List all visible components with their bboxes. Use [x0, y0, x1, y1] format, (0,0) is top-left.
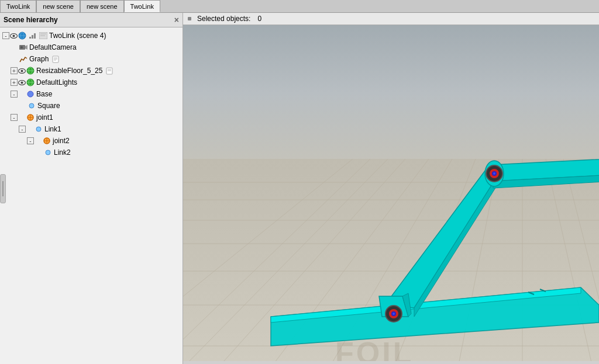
panel-title: Scene hierarchy	[4, 16, 58, 24]
expander-joint1[interactable]: -	[11, 114, 18, 121]
viewport-panel: Selected objects: 0	[183, 13, 599, 364]
tree-label-camera: DefaultCamera	[29, 43, 77, 51]
expander-floor[interactable]: +	[11, 67, 18, 74]
3d-scene[interactable]: FOIL	[183, 25, 599, 361]
lights-icon	[26, 78, 35, 87]
tree-item-joint1[interactable]: - joint1	[0, 112, 183, 123]
svg-point-31	[27, 91, 33, 97]
svg-rect-5	[29, 37, 31, 39]
expander-link1[interactable]: -	[19, 126, 26, 133]
expander-joint2[interactable]: -	[27, 137, 34, 144]
panel-header: Scene hierarchy ×	[0, 13, 183, 27]
expander-twolink-root[interactable]: -	[2, 32, 9, 39]
tree-item-base[interactable]: - Base	[0, 88, 183, 100]
tree-item-twolink-root[interactable]: - TwoLink (scene 4)	[0, 30, 183, 41]
camera-icon	[19, 43, 28, 52]
svg-point-40	[46, 150, 50, 155]
tree-item-lights[interactable]: + DefaultLights	[0, 77, 183, 88]
upper-joint	[486, 165, 502, 182]
tab-new-scene-1[interactable]: new scene	[36, 0, 80, 12]
scene-hierarchy-panel: Scene hierarchy × -	[0, 13, 183, 364]
tree-label-floor: ResizableFloor_5_25	[36, 67, 102, 75]
floor-icon	[26, 66, 35, 75]
svg-marker-12	[25, 45, 27, 50]
vis-toggle-twolink-root[interactable]	[9, 32, 18, 40]
joint2-icon	[42, 136, 51, 145]
svg-point-81	[393, 313, 395, 315]
watermark-text: FOIL	[335, 336, 414, 361]
svg-rect-42	[183, 25, 599, 182]
link1-icon	[34, 124, 43, 134]
expander-lights[interactable]: +	[11, 79, 18, 86]
tree-item-graph[interactable]: Graph	[0, 53, 183, 65]
panel-resize-handle[interactable]	[0, 174, 6, 203]
tree-label-link2: Link2	[54, 148, 71, 157]
close-button[interactable]: ×	[174, 15, 179, 25]
tab-twolink-2[interactable]: TwoLink	[124, 0, 160, 12]
svg-point-32	[29, 103, 34, 108]
svg-point-27	[20, 81, 23, 84]
doc-icon-floor	[105, 66, 114, 75]
link2-icon	[43, 148, 53, 157]
tree-label-graph: Graph	[29, 55, 49, 63]
svg-point-1	[12, 34, 15, 37]
main-layout: Scene hierarchy × -	[0, 13, 599, 364]
expander-base[interactable]: -	[11, 91, 18, 98]
base-icon	[26, 89, 35, 99]
svg-rect-23	[106, 68, 112, 74]
tree-item-floor[interactable]: + ResizableFloor_5_25	[0, 65, 183, 77]
svg-rect-6	[32, 35, 33, 39]
vis-toggle-lights[interactable]	[18, 78, 26, 86]
tab-new-scene-2[interactable]: new scene	[80, 0, 124, 12]
globe-icon	[18, 31, 27, 40]
svg-rect-14	[53, 56, 58, 63]
selected-objects-label: Selected objects:	[197, 15, 250, 23]
viewport-header: Selected objects: 0	[183, 13, 599, 25]
svg-point-75	[493, 172, 495, 175]
tree-label-lights: DefaultLights	[36, 78, 77, 86]
tree-label-twolink-root: TwoLink (scene 4)	[49, 32, 106, 40]
tab-bar: TwoLink new scene new scene TwoLink	[0, 0, 599, 13]
square-icon	[27, 101, 36, 110]
tree-label-joint1: joint1	[36, 113, 53, 122]
panel-drag-handle[interactable]	[181, 13, 184, 364]
vis-toggle-floor[interactable]	[18, 67, 26, 75]
tree-item-square[interactable]: Square	[0, 100, 183, 112]
tab-twolink-1[interactable]: TwoLink	[0, 0, 36, 12]
tree-label-link1: Link1	[44, 125, 61, 133]
svg-point-13	[20, 46, 23, 48]
svg-point-36	[36, 127, 41, 131]
doc-icon-graph	[51, 54, 60, 64]
tree-label-base: Base	[36, 90, 52, 98]
svg-rect-7	[34, 33, 36, 39]
extra-icon-twolink	[28, 31, 37, 40]
graph-icon	[19, 54, 28, 64]
scene-tree: - TwoLink (scene 4)	[0, 27, 183, 364]
tree-item-joint2[interactable]: - joint2	[0, 135, 183, 147]
selected-objects-count: 0	[257, 15, 261, 23]
joint1-icon	[26, 113, 35, 122]
viewport-icon	[188, 17, 191, 20]
extra-icon2-twolink	[39, 31, 48, 40]
tree-label-joint2: joint2	[53, 137, 70, 145]
tree-label-square: Square	[37, 102, 60, 110]
tree-item-link1[interactable]: - Link1	[0, 123, 183, 135]
lower-joint	[385, 306, 402, 322]
tree-item-default-camera[interactable]: DefaultCamera	[0, 41, 183, 53]
scene-svg: FOIL	[183, 25, 599, 361]
tree-item-link2[interactable]: Link2	[0, 147, 183, 158]
svg-point-19	[20, 70, 23, 72]
